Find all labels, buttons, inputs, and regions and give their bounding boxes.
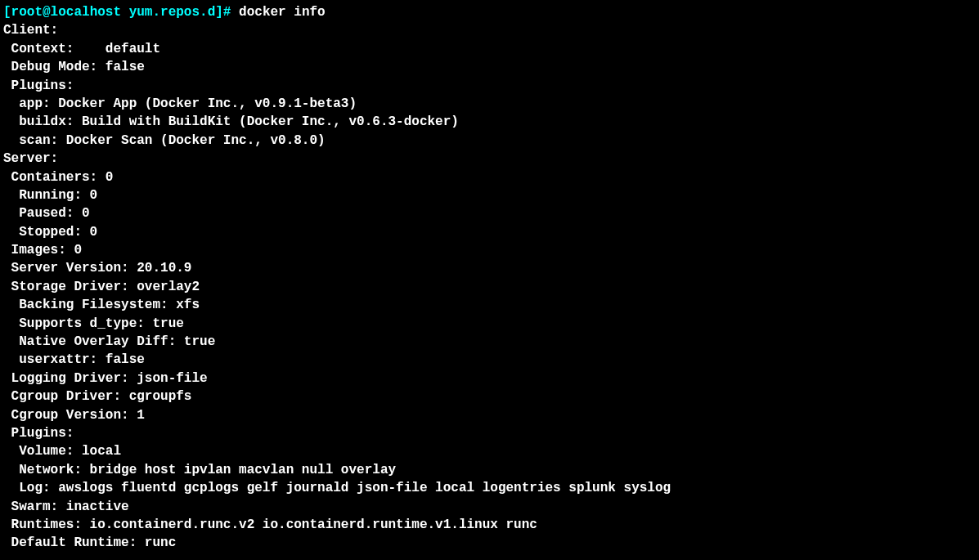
output-line: Volume: local <box>3 442 976 460</box>
output-line: Debug Mode: false <box>3 58 976 76</box>
output-line: Runtimes: io.containerd.runc.v2 io.conta… <box>3 516 976 534</box>
prompt-user-host: root@localhost <box>11 5 121 20</box>
output-line: app: Docker App (Docker Inc., v0.9.1-bet… <box>3 95 976 113</box>
output-line: Logging Driver: json-file <box>3 370 976 388</box>
prompt-close-bracket: ]# <box>215 5 239 20</box>
prompt-separator <box>121 5 129 20</box>
output-line: Network: bridge host ipvlan macvlan null… <box>3 461 976 479</box>
output-line: Swarm: inactive <box>3 498 976 516</box>
output-line: Server: <box>3 150 976 168</box>
terminal[interactable]: [root@localhost yum.repos.d]# docker inf… <box>3 3 976 553</box>
output-line: Plugins: <box>3 77 976 95</box>
output-line: Containers: 0 <box>3 168 976 186</box>
output-line: Supports d_type: true <box>3 315 976 333</box>
prompt-path: yum.repos.d <box>129 5 216 20</box>
output-line: Default Runtime: runc <box>3 534 976 552</box>
output-line: buildx: Build with BuildKit (Docker Inc.… <box>3 113 976 131</box>
output-line: Running: 0 <box>3 186 976 204</box>
output-line: scan: Docker Scan (Docker Inc., v0.8.0) <box>3 132 976 150</box>
prompt-open-bracket: [ <box>3 5 11 20</box>
output-line: Images: 0 <box>3 241 976 259</box>
output-line: Storage Driver: overlay2 <box>3 278 976 296</box>
output-line: Context: default <box>3 40 976 58</box>
output-line: Plugins: <box>3 424 976 442</box>
output-line: Server Version: 20.10.9 <box>3 259 976 277</box>
output-line: Log: awslogs fluentd gcplogs gelf journa… <box>3 479 976 497</box>
output-line: userxattr: false <box>3 351 976 369</box>
output-line: Client: <box>3 21 976 39</box>
prompt-line: [root@localhost yum.repos.d]# docker inf… <box>3 3 976 21</box>
output-line: Native Overlay Diff: true <box>3 333 976 351</box>
output-line: Cgroup Driver: cgroupfs <box>3 388 976 405</box>
output-line: Paused: 0 <box>3 204 976 222</box>
output-line: Stopped: 0 <box>3 223 976 241</box>
output-line: Cgroup Version: 1 <box>3 406 976 424</box>
output-line: Backing Filesystem: xfs <box>3 296 976 314</box>
command-text: docker info <box>239 5 326 20</box>
